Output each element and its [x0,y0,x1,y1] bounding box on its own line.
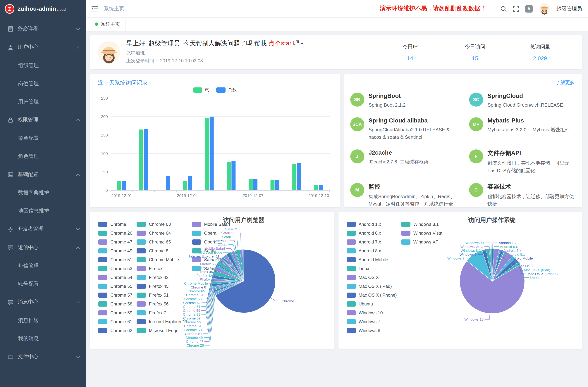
legend-item[interactable]: Chrome 61 [98,317,132,326]
legend-item[interactable]: Chrome 58 [98,300,132,308]
app-logo[interactable]: Z zuihou-admincloud [0,0,86,18]
sidebar-item-8[interactable]: 文件中心 [0,347,86,366]
legend-item[interactable]: Android Mobile [346,255,397,264]
sidebar-item-3-child-1[interactable]: 菜单配置 [0,129,86,147]
legend-item[interactable]: Firefox 45 [137,282,188,291]
legend-item[interactable]: Linux [346,264,397,273]
legend-item[interactable]: Firefox [137,264,188,273]
legend-item[interactable]: Safari 9 [192,264,230,273]
legend-item[interactable]: Chrome 62 [98,326,132,335]
legend-label: Safari 9 [204,266,219,271]
legend-item[interactable]: Internet Explorer 11 [137,317,188,326]
sidebar-item-7[interactable]: 消息中心 [0,293,86,311]
legend-item[interactable]: Chrome 49 [98,246,132,255]
legend-item[interactable]: Firefox 42 [137,273,188,282]
legend-item[interactable]: Android 7.x [346,238,397,246]
last-login-value: 2019-12-10 10:03:08 [160,58,203,63]
sidebar-item-4-child-2[interactable]: 地区信息维护 [0,202,86,220]
legend-swatch [98,293,107,298]
legend-item[interactable]: Opera [192,229,230,238]
legend-item[interactable]: Windows 8.1 [401,220,442,229]
legend-item[interactable]: Chrome 51 [98,255,132,264]
bar-legend-item[interactable]: 您 [193,87,209,93]
legend-item[interactable]: Chrome [98,220,132,229]
sidebar-item-6[interactable]: 短信中心 [0,238,86,257]
sidebar-item-1[interactable]: 务必详看 [0,20,86,38]
legend-item[interactable]: Mac OS X (iPhone) [346,291,397,300]
legend-item[interactable]: Opera 12 [192,238,230,246]
legend-item[interactable]: Android 6.x [346,229,397,238]
legend-column: Chrome 63Chrome 64Chrome 65Chrome 8Chrom… [137,220,188,335]
stats-row: 今日IP 14 今日访问 15 总访问量 2,029 [378,43,572,61]
sidebar-collapse-icon[interactable] [91,6,99,12]
sidebar-item-7-child-1[interactable]: 消息推送 [0,311,86,329]
sidebar-item-5[interactable]: 开发者管理 [0,220,86,238]
legend-item[interactable]: Mac OS X (iPad) [346,282,397,291]
legend-label: Chrome 65 [149,239,171,244]
svg-text:Windows 7: Windows 7 [447,256,464,260]
legend-item[interactable]: Chrome 57 [98,291,132,300]
legend-item[interactable]: Chrome 53 [98,264,132,273]
user-avatar [97,41,120,64]
sidebar-item-6-child-1[interactable]: 短信管理 [0,257,86,275]
legend-item[interactable]: Chrome 63 [137,220,188,229]
legend-item[interactable]: Ubuntu [346,300,397,308]
sidebar-item-4[interactable]: 基础配置 [0,165,86,184]
stat-label: 今日IP [378,43,442,50]
sidebar-item-6-child-2[interactable]: 账号配置 [0,275,86,293]
legend-item[interactable]: Mac OS X [346,273,397,282]
legend-item[interactable]: Firefox 56 [137,300,188,308]
legend-label: Firefox 56 [149,301,169,306]
sidebar-item-2-child-3[interactable]: 用户管理 [0,93,86,111]
legend-item[interactable]: Windows XP [401,238,442,246]
legend-swatch [346,239,356,244]
legend-item[interactable]: Chrome 8 [137,246,188,255]
sidebar-item-2[interactable]: 用户中心 [0,38,86,57]
sidebar-item-7-child-2[interactable]: 我的消息 [0,329,86,347]
legend-item[interactable]: Safari [192,246,230,255]
legend-item[interactable]: Safari 11 [192,255,230,264]
legend-item[interactable]: Android 8.x [346,246,397,255]
greeting-motto: 疯狂加班~ [126,50,378,57]
legend-item[interactable]: Chrome Mobile [137,255,188,264]
avatar[interactable] [539,3,550,15]
tech-badge: SCA [350,117,364,131]
legend-item[interactable]: Windows 8 [346,326,397,335]
breadcrumb[interactable]: 系统主页 [104,5,124,12]
legend-item[interactable]: Chrome 26 [98,229,132,238]
sidebar-item-2-child-1[interactable]: 组织管理 [0,57,86,75]
legend-item[interactable]: Android 1.x [346,220,397,229]
legend-item[interactable]: Chrome 54 [98,273,132,282]
sidebar-item-2-child-2[interactable]: 岗位管理 [0,75,86,93]
bar-chart-legend: 您总数 [96,87,334,93]
tab-home[interactable]: 系统主页 [90,18,126,31]
legend-item[interactable]: Firefox 51 [137,291,188,300]
top-header: 系统主页 演示环境维护不易，请勿乱删乱改数据！ A 超级管理员 [86,0,588,18]
legend-item[interactable]: Windows 10 [346,308,397,317]
legend-item[interactable]: Chrome 64 [137,229,188,238]
sidebar-item-3[interactable]: 权限管理 [0,111,86,129]
legend-label: Chrome 64 [149,231,171,236]
legend-item[interactable]: Chrome 47 [98,238,132,246]
bar-legend-item[interactable]: 总数 [216,87,237,93]
sidebar-item-4-child-1[interactable]: 数据字典维护 [0,184,86,202]
stat-label: 今日访问 [442,43,507,50]
username[interactable]: 超级管理员 [556,5,582,12]
legend-item[interactable]: Microsoft Edge [137,326,188,335]
svg-text:Android 1.x: Android 1.x [499,241,516,245]
sidebar-item-label: 务必详看 [18,25,76,32]
legend-item[interactable]: Firefox 7 [137,308,188,317]
legend-item[interactable]: Chrome 55 [98,282,132,291]
legend-item[interactable]: Windows 7 [346,317,397,326]
legend-item[interactable]: Windows Vista [401,229,442,238]
font-size-icon[interactable]: A [525,5,533,12]
sidebar-item-3-child-2[interactable]: 角色管理 [0,147,86,165]
stat-value: 14 [378,55,442,61]
legend-item[interactable]: Chrome 59 [98,308,132,317]
star-link[interactable]: 点个star [269,40,292,47]
legend-item[interactable]: Chrome 65 [137,238,188,246]
fullscreen-icon[interactable] [513,5,519,12]
search-icon[interactable] [500,5,507,12]
learn-more-link[interactable]: 了解更多 [556,79,575,86]
legend-swatch [137,275,146,280]
